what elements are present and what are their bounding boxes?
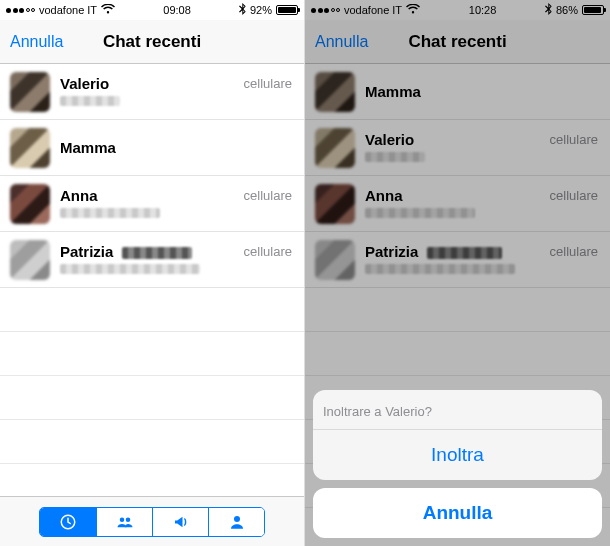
empty-row [0,420,304,464]
chat-name: Mamma [60,139,116,156]
clock: 09:08 [163,4,191,16]
status-bar: vodafone IT 09:08 92% [0,0,304,20]
avatar [10,72,50,112]
chat-sub-blurred [60,96,120,106]
recents-icon [57,513,79,531]
chat-sub-blurred [60,208,160,218]
wifi-icon [101,4,115,16]
tab-contact[interactable] [208,508,264,536]
action-cancel-button[interactable]: Annulla [313,488,602,538]
chat-type: cellulare [244,244,292,259]
groups-icon [114,513,136,531]
chat-sub-blurred [60,264,200,274]
action-sheet-title: Inoltrare a Valerio? [313,390,602,429]
tab-recents[interactable] [40,508,96,536]
avatar [10,128,50,168]
chat-type: cellulare [244,188,292,203]
empty-row [0,332,304,376]
battery-icon [276,5,298,15]
chat-surname-blurred [122,247,192,259]
chat-name: Valerio [60,75,109,92]
page-title: Chat recenti [103,32,201,52]
chat-row[interactable]: Patrizia cellulare [0,232,304,288]
empty-row [0,288,304,332]
screenshot-left: vodafone IT 09:08 92% Annulla Chat recen… [0,0,305,546]
avatar [10,184,50,224]
broadcast-icon [170,513,192,531]
bluetooth-icon [239,3,246,17]
action-forward-button[interactable]: Inoltra [313,429,602,480]
signal-dots-icon [6,8,35,13]
carrier-name: vodafone IT [39,4,97,16]
cancel-button[interactable]: Annulla [10,33,63,51]
action-sheet: Inoltrare a Valerio? Inoltra Annulla [313,390,602,538]
chat-row[interactable]: Mamma [0,120,304,176]
empty-row [0,376,304,420]
segmented-control [39,507,265,537]
tab-broadcast[interactable] [152,508,208,536]
chat-name: Anna [60,187,98,204]
chat-row[interactable]: Valerio cellulare [0,64,304,120]
svg-point-1 [119,517,124,522]
tab-groups[interactable] [96,508,152,536]
chat-list: Valerio cellulare Mamma Anna cellulare [0,64,304,496]
contact-icon [226,513,248,531]
svg-point-3 [234,516,240,522]
chat-row[interactable]: Anna cellulare [0,176,304,232]
battery-pct: 92% [250,4,272,16]
nav-bar: Annulla Chat recenti [0,20,304,64]
chat-type: cellulare [244,76,292,91]
empty-row [0,464,304,496]
chat-name: Patrizia [60,243,113,260]
screenshot-right: vodafone IT 10:28 86% Annulla Chat recen… [305,0,610,546]
bottom-toolbar [0,496,304,546]
avatar [10,240,50,280]
svg-point-2 [125,517,130,522]
